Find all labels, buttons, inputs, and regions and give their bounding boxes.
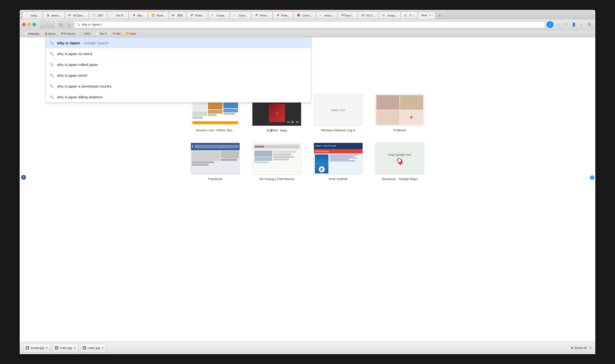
tab-pint2[interactable]: 📌 Pinter... bbox=[251, 12, 273, 19]
tab-thep[interactable]: 📄 The P... bbox=[107, 12, 129, 19]
download-item-crab1[interactable]: 🖼 crab1.jpg ▼ bbox=[80, 344, 106, 352]
bookmark-favicon-dance: 💃 bbox=[45, 32, 47, 35]
tab-label-thep: The P... bbox=[116, 14, 125, 17]
autocomplete-item-4[interactable]: 🔍 why is japan a developed country bbox=[46, 81, 311, 91]
autocomplete-item-2[interactable]: 🔍 why is japan called japan bbox=[46, 59, 311, 70]
bookmark-label-thep: The P bbox=[99, 32, 107, 35]
autocomplete-text-5: why is japan killing dolphins bbox=[57, 95, 102, 99]
tab-favicon-wiref: 📶 bbox=[152, 14, 155, 17]
forward-button[interactable]: › bbox=[48, 21, 55, 28]
tab-dance[interactable]: 💃 dance... bbox=[43, 12, 65, 19]
bookmark-wiref[interactable]: 📶 Wiref bbox=[124, 31, 138, 36]
bookmark-hashbe[interactable]: 📌 #Be bbox=[110, 31, 123, 36]
home-button[interactable]: ⌂ bbox=[66, 21, 73, 28]
back-button[interactable]: ‹ bbox=[40, 21, 47, 28]
tab-pint1[interactable]: 📌 Pinter... bbox=[186, 12, 208, 19]
download-item-bucket[interactable]: 🖼 bucket.jpg ▼ bbox=[23, 344, 50, 352]
thumbnail-box-pratt: PRATT INSTITUTE 2014 Rankings P bbox=[314, 143, 363, 175]
tab-wiref[interactable]: 📶 Wiref... bbox=[148, 12, 169, 19]
thumbnail-baidu[interactable]: baidu.com Wireless Network Log In bbox=[314, 94, 363, 133]
autocomplete-item-1[interactable]: 🔍 why is japan so weird bbox=[46, 48, 311, 59]
traffic-lights bbox=[22, 23, 36, 26]
autocomplete-item-5[interactable]: 🔍 why is japan killing dolphins bbox=[46, 91, 311, 102]
home-icon: ⌂ bbox=[68, 23, 70, 27]
tab-close-newtab[interactable]: ✕ bbox=[428, 14, 432, 17]
tab-hashbe[interactable]: 📌 #Be... bbox=[129, 12, 148, 19]
maximize-button[interactable] bbox=[32, 23, 36, 26]
thumbnail-xinhuang[interactable]: P Xin Huang | Pratt Blorum bbox=[252, 143, 301, 181]
thumbnail-maps[interactable]: maps.google.com Secaucus - Google Maps bbox=[375, 143, 424, 181]
download-dropdown-arrow-crab2[interactable]: ▼ bbox=[74, 347, 76, 349]
tab-favicon-hashbe: 📌 bbox=[132, 14, 136, 17]
thumbnail-facebook[interactable]: f bbox=[191, 143, 240, 181]
download-dropdown-arrow-bucket[interactable]: ▼ bbox=[46, 347, 48, 349]
extensions-icon[interactable]: i bbox=[547, 21, 554, 28]
autocomplete-item-3[interactable]: 🔍 why is japan weird bbox=[46, 70, 311, 81]
close-button[interactable] bbox=[22, 23, 26, 26]
tab-amaz[interactable]: a Amaz... bbox=[316, 12, 337, 19]
tab-wdance[interactable]: W W Danc... bbox=[65, 12, 89, 19]
tab-label-youtube: 愛拼 bbox=[177, 14, 183, 17]
bookmark-dance[interactable]: 💃 dance bbox=[42, 31, 58, 36]
close-downloads-button[interactable]: ✕ bbox=[589, 346, 592, 350]
bookmark-label-wiref: Wiref bbox=[130, 32, 136, 35]
new-tab-button[interactable]: + bbox=[436, 13, 443, 19]
download-name-crab1: crab1.jpg bbox=[88, 346, 100, 350]
tab-label-2007: 2007 bbox=[97, 14, 103, 17]
show-all-button[interactable]: ⬇ Show All bbox=[571, 346, 587, 350]
tab-label-pint1: Pinter... bbox=[195, 14, 204, 17]
bookmark-thep[interactable]: 📄 The P bbox=[93, 31, 109, 36]
thumbnail-box-baidu: baidu.com bbox=[314, 94, 363, 126]
show-all-label: Show All bbox=[574, 346, 587, 350]
tab-label-infopedia: Infop... bbox=[31, 14, 39, 17]
tab-newtab[interactable]: New ✕ bbox=[418, 12, 435, 19]
tab-pint3[interactable]: 📌 Pinte... bbox=[273, 12, 293, 19]
tab-label-face1: Faceb... bbox=[217, 14, 227, 17]
tab-favicon-amaz: a bbox=[320, 14, 323, 17]
tab-youtube[interactable]: ▶ 愛拼 bbox=[169, 12, 186, 19]
tab-fiftycr[interactable]: 50 50 Cr... bbox=[358, 12, 379, 19]
tab-comm[interactable]: 🔴 Comm... bbox=[293, 12, 316, 19]
autocomplete-text-1: why is japan so weird bbox=[57, 52, 92, 56]
bookmark-label-infopedia: Infopedia bbox=[28, 32, 39, 35]
tab-chinese[interactable]: 小 小... bbox=[400, 12, 418, 19]
bookmark-2007[interactable]: 📋 2007 bbox=[78, 31, 92, 36]
minimize-button[interactable] bbox=[27, 23, 31, 26]
bookmark-infopedia[interactable]: 📄 Infopedia bbox=[22, 31, 41, 36]
persona-icon[interactable]: 👤 bbox=[570, 21, 577, 28]
tab-ups[interactable]: UPS ups t... bbox=[337, 12, 358, 19]
search-icon-0: 🔍 bbox=[50, 41, 54, 45]
tabs-bar: 📄 Infop... 💃 dance... W W Danc... 📋 2007… bbox=[20, 10, 595, 19]
bookmark-wdance[interactable]: W W Dance bbox=[59, 31, 77, 36]
green-check-icon[interactable]: ✓ bbox=[578, 21, 585, 28]
back-icon: ‹ bbox=[43, 23, 44, 27]
tab-goog[interactable]: G Googl... bbox=[379, 12, 401, 19]
search-icon-4: 🔍 bbox=[50, 84, 54, 88]
tab-infopedia[interactable]: 📄 Infop... bbox=[22, 12, 43, 19]
toolbar: ‹ › ↻ ⌂ 🔍 i ☆ 🛡 👤 ✓ ☰ bbox=[20, 19, 595, 30]
download-item-crab2[interactable]: 🖼 crab2.jpg ▼ bbox=[52, 344, 78, 352]
tab-favicon-chan: f bbox=[234, 14, 237, 17]
bookmark-label-hashbe: #Be bbox=[116, 32, 121, 35]
autocomplete-text-3: why is japan weird bbox=[57, 73, 87, 77]
thumbnail-pinterest[interactable]: P Pinterest bbox=[375, 94, 424, 133]
tab-label-newtab: New bbox=[421, 14, 427, 17]
tab-2007[interactable]: 📋 2007 bbox=[89, 12, 107, 19]
tab-chan[interactable]: f Chan... bbox=[230, 12, 251, 19]
search-icon: 🔍 bbox=[77, 23, 80, 26]
tab-favicon-goog: G bbox=[383, 14, 386, 17]
address-input[interactable] bbox=[82, 23, 543, 26]
menu-icon[interactable]: ☰ bbox=[586, 21, 593, 28]
tab-face1[interactable]: f Faceb... bbox=[208, 12, 230, 19]
refresh-button[interactable]: ↻ bbox=[58, 21, 64, 28]
thumbnail-pratt[interactable]: PRATT INSTITUTE 2014 Rankings P bbox=[314, 143, 363, 181]
autocomplete-item-0[interactable]: 🔍 why is Japan – Google Search bbox=[46, 37, 311, 48]
thumbnail-maps-text: maps.google.com bbox=[388, 153, 412, 156]
autocomplete-text-2: why is japan called japan bbox=[57, 62, 98, 67]
shield-icon[interactable]: 🛡 bbox=[562, 21, 569, 28]
thumbnail-label-pinterest: Pinterest bbox=[393, 128, 406, 132]
bookmark-star-icon[interactable]: ☆ bbox=[554, 21, 561, 28]
address-bar[interactable]: 🔍 bbox=[74, 21, 545, 28]
download-dropdown-arrow-crab1[interactable]: ▼ bbox=[101, 347, 104, 349]
thumbnail-box-facebook: f bbox=[191, 143, 240, 175]
